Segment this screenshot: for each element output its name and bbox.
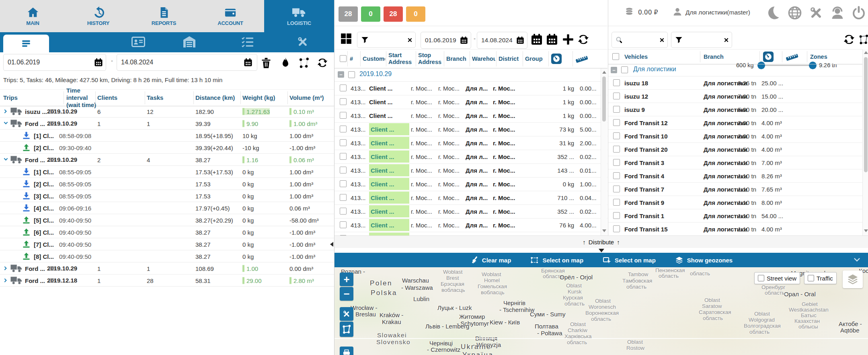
vehicle-row[interactable]: Ford Transit 10 Для логистики 2.00 tn 4.… xyxy=(608,129,868,143)
vehicle-checkbox[interactable] xyxy=(613,146,620,153)
order-row[interactable]: 413... Client ... г. Мос... г. Мос... Дл… xyxy=(334,232,607,235)
order-checkbox[interactable] xyxy=(340,126,347,132)
collapse-group-icon[interactable]: − xyxy=(611,67,617,73)
set-date-end-icon[interactable] xyxy=(546,33,558,45)
order-checkbox[interactable] xyxy=(340,98,347,105)
order-checkbox[interactable] xyxy=(340,153,347,160)
vehicle-row[interactable]: Ford Transit 1 Для логистики 1.10 tn 54.… xyxy=(608,209,868,223)
vehicle-row[interactable]: Ford Transit 20 Для логистики 1.50 tn 4.… xyxy=(608,142,868,156)
distribute-button[interactable]: ↑ Distribute ↑ xyxy=(334,235,868,248)
status-chip[interactable]: 0 xyxy=(361,6,380,22)
scroll-down-icon[interactable] xyxy=(864,229,868,232)
orders-group-row[interactable]: − 2019.10.29 xyxy=(334,68,607,82)
chevron-down-icon[interactable] xyxy=(3,121,8,126)
street-view-checkbox[interactable] xyxy=(758,275,764,281)
select-all-orders-checkbox[interactable] xyxy=(340,55,347,62)
subtab-checklist-icon[interactable] xyxy=(240,36,254,48)
trip-row[interactable]: Ford ... 2019.12.18 08... 1 28 58.31 29.… xyxy=(0,275,334,287)
trips-date-to-input[interactable] xyxy=(117,54,257,71)
traffic-checkbox[interactable] xyxy=(808,275,814,281)
map-layers-button[interactable] xyxy=(843,270,863,288)
traffic-toggle[interactable]: Traffic xyxy=(804,272,837,284)
vehicle-checkbox[interactable] xyxy=(613,119,620,126)
vehicle-checkbox[interactable] xyxy=(613,132,620,139)
order-checkbox[interactable] xyxy=(340,167,347,173)
order-checkbox[interactable] xyxy=(340,139,347,146)
chevron-right-icon[interactable] xyxy=(3,266,8,271)
task-row[interactable]: [4] Cl... 09:06-09:16 17.97(+0.45) 0 kg … xyxy=(0,202,334,214)
task-row[interactable]: [1] Cl... 08:55-09:05 17.53(+17.53) 0 kg… xyxy=(0,166,334,178)
trip-row[interactable]: Ford ... 2019.10.29 08... 1 1 39.39 9.90… xyxy=(0,118,334,130)
vehicle-checkbox[interactable] xyxy=(613,225,620,232)
task-row[interactable]: [3] Cl... 08:55-09:05 17.53 0 kg 1.00 dm… xyxy=(0,190,334,202)
group-checkbox[interactable] xyxy=(621,66,628,73)
vehicle-checkbox[interactable] xyxy=(613,106,620,113)
subtab-tools-icon[interactable] xyxy=(296,36,310,48)
zones-polygon-icon[interactable] xyxy=(858,34,868,45)
map-action-layers[interactable]: Show geozones xyxy=(675,256,733,264)
vehicle-row[interactable]: Ford Transit 7 Для логистики 1.10 tn 7.6… xyxy=(608,182,868,196)
settings-tools-icon[interactable] xyxy=(809,6,823,20)
map-action-broom[interactable]: Clear map xyxy=(470,256,511,264)
calendar-icon[interactable] xyxy=(94,58,103,67)
status-chip[interactable]: 28 xyxy=(384,6,403,22)
collapse-group-icon[interactable]: − xyxy=(338,71,344,78)
clear-filter-icon[interactable] xyxy=(407,37,413,43)
order-row[interactable]: 413... Client ... г. Мос... г. Мос... Дл… xyxy=(334,163,607,178)
calendar-icon[interactable] xyxy=(244,58,252,67)
vehicle-row[interactable]: isuzu 18 Для логистики 9.26 tn 25.00 ... xyxy=(608,76,868,90)
nav-tab-reports[interactable]: REPORTS xyxy=(131,0,197,32)
order-row[interactable]: 413... Client ... г. Мос... г. Мос... Дл… xyxy=(334,81,607,95)
trips-date-from-input[interactable] xyxy=(3,54,106,71)
vehicle-row[interactable]: Ford Transit 3 Для логистики 1.10 tn 7.0… xyxy=(608,156,868,169)
subtab-menu[interactable] xyxy=(3,35,49,52)
language-globe-icon[interactable] xyxy=(788,6,802,20)
order-row[interactable]: 413... Client ... г. Мос... г. Мос... Дл… xyxy=(334,204,607,219)
vehicle-row[interactable]: Ford Transit 12 Для логистики 2.00 tn 4.… xyxy=(608,116,868,130)
order-checkbox[interactable] xyxy=(340,221,347,228)
refresh-trips-icon[interactable] xyxy=(317,57,328,68)
task-row[interactable]: [6] Cl... 09:40-09:50 38.27 0 kg -1.00 d… xyxy=(0,226,334,238)
set-date-start-icon[interactable] xyxy=(531,33,543,45)
vehicle-row[interactable]: Ford Transit 9 Для логистики 1.10 tn 8.0… xyxy=(608,196,868,209)
scrollbar-thumb[interactable] xyxy=(864,57,868,172)
vehicle-checkbox[interactable] xyxy=(613,93,620,99)
trip-row[interactable]: Ford ... 2019.10.29 06... 1 1 108.69 1.0… xyxy=(0,262,334,275)
support-icon[interactable] xyxy=(830,6,845,20)
dark-mode-icon[interactable] xyxy=(765,6,780,20)
task-row[interactable]: [2] Cl... 08:55-09:05 17.53 0 kg 1.00 dm… xyxy=(0,178,334,190)
vehicle-checkbox[interactable] xyxy=(613,212,620,219)
scroll-down-icon[interactable] xyxy=(602,229,606,232)
task-row[interactable]: [1] Cl... 08:58-09:08 18.95(+18.95) 10 k… xyxy=(0,130,334,142)
map[interactable]: Poznan -PolenPolskaWarschau- WarszawaWob… xyxy=(334,267,868,355)
chevron-down-icon[interactable] xyxy=(3,157,8,162)
order-row[interactable]: 413... Client ... г. Мос... г. Мос... Дл… xyxy=(334,95,607,109)
order-row[interactable]: 413... Client ... г. Мос... г. Мос... Дл… xyxy=(334,150,607,164)
order-checkbox[interactable] xyxy=(340,208,347,215)
vehicles-group-row[interactable]: − Для логистики xyxy=(608,64,868,76)
add-order-icon[interactable] xyxy=(562,33,574,45)
zoom-in-button[interactable]: + xyxy=(340,272,353,286)
map-action-selmap[interactable]: Select on map xyxy=(603,256,656,264)
map-tools-button[interactable] xyxy=(340,307,353,321)
order-checkbox[interactable] xyxy=(340,180,347,187)
zoom-out-button[interactable]: − xyxy=(340,287,353,301)
order-row[interactable]: 413... Client ... г. Мос... г. Мос... Дл… xyxy=(334,122,607,136)
refresh-orders-icon[interactable] xyxy=(577,33,589,45)
chevron-right-icon[interactable] xyxy=(3,278,8,283)
chevron-down-icon[interactable] xyxy=(854,258,860,262)
nav-tab-account[interactable]: ACCOUNT xyxy=(197,0,264,32)
nav-tab-logistic[interactable]: LOGISTIC xyxy=(264,0,334,32)
map-action-lasso[interactable]: Select on map xyxy=(530,256,583,264)
calendar-icon[interactable] xyxy=(460,36,468,44)
vehicle-checkbox[interactable] xyxy=(613,199,620,206)
grid-view-icon[interactable] xyxy=(340,33,352,45)
vehicle-row[interactable]: isuzu 12 Для логистики 7.00 tn 15.00 ... xyxy=(608,89,868,103)
order-row[interactable]: 413... Client ... г. Мос... г. Мос... Дл… xyxy=(334,191,607,205)
vehicles-scrollbar[interactable] xyxy=(862,49,868,235)
order-row[interactable]: 413... Client ... г. Мос... г. Мос... Дл… xyxy=(334,136,607,150)
street-view-toggle[interactable]: Street view xyxy=(754,272,800,284)
trip-row[interactable]: Ford ... 2019.10.29 08... 2 4 38.27 1.16… xyxy=(0,154,334,166)
vehicle-row[interactable]: Ford Transit 4 Для логистики 1.10 tn 8.2… xyxy=(608,169,868,183)
status-chip[interactable]: 0 xyxy=(406,6,425,22)
